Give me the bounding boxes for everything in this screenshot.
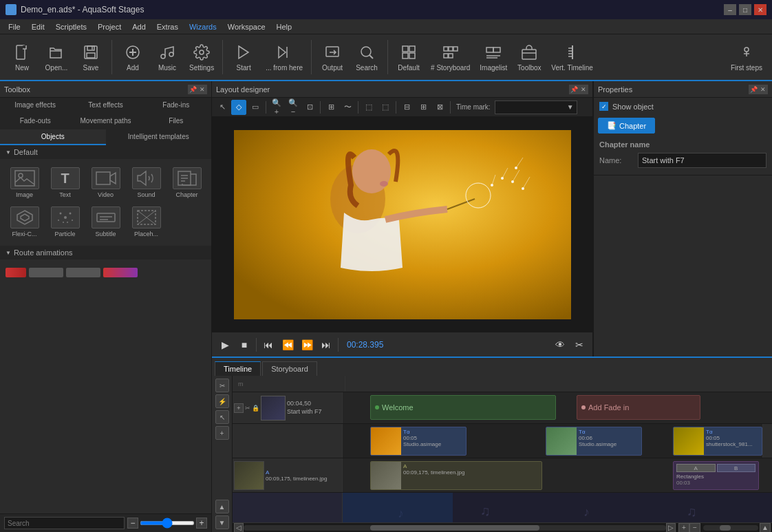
tl-scroll-up-btn[interactable]: ▲ bbox=[760, 523, 771, 533]
save-button[interactable]: Save bbox=[74, 37, 107, 77]
start-button[interactable]: Start bbox=[227, 37, 260, 77]
clip-fade-in[interactable]: Add Fade in bbox=[577, 395, 700, 420]
ld-tool-zoom-fit[interactable]: ⊡ bbox=[302, 100, 317, 115]
ld-tool-frame2[interactable]: ⬚ bbox=[378, 100, 393, 115]
obj-subtitle[interactable]: Subtitle bbox=[87, 204, 125, 240]
ld-tool-align-v[interactable]: ⊞ bbox=[416, 100, 431, 115]
prop-tab-chapter[interactable]: 📑 Chapter bbox=[598, 118, 655, 134]
obj-chapter[interactable]: Chapter bbox=[168, 164, 206, 201]
tl-tool-scroll-up[interactable]: ▲ bbox=[215, 500, 229, 513]
tl-tool-cut[interactable]: ✂ bbox=[215, 379, 229, 392]
prev-chapter-button[interactable]: ⏮ bbox=[261, 337, 276, 352]
prev-button[interactable]: ⏪ bbox=[280, 337, 295, 352]
clip-welcome[interactable]: Welcome bbox=[370, 395, 556, 420]
ld-tool-frame[interactable]: ⬚ bbox=[361, 100, 376, 115]
tl-scroll-track[interactable] bbox=[244, 525, 666, 531]
scissor-button[interactable]: ✂ bbox=[572, 337, 587, 352]
clip-rectangles[interactable]: A B Rectangles 00:03 bbox=[673, 461, 759, 490]
tl-tool-add-track[interactable]: + bbox=[215, 426, 229, 440]
settings-button[interactable]: Settings bbox=[185, 37, 218, 77]
tab-image-effects[interactable]: Image effects bbox=[0, 98, 70, 114]
tl-scroll-thumb[interactable] bbox=[370, 525, 539, 531]
route-item-3[interactable] bbox=[66, 268, 100, 277]
route-item-4[interactable] bbox=[103, 268, 138, 277]
zoom-slider[interactable] bbox=[140, 521, 195, 525]
menu-help[interactable]: Help bbox=[271, 21, 298, 32]
play-button[interactable]: ▶ bbox=[217, 337, 233, 352]
tl-scroll-next[interactable]: ▷ bbox=[666, 523, 676, 533]
toolbox-pin[interactable]: 📌 bbox=[188, 85, 197, 94]
open-button[interactable]: Open... bbox=[40, 37, 73, 77]
tl-zoom-track[interactable] bbox=[703, 525, 758, 531]
tl-zoom-thumb[interactable] bbox=[720, 525, 731, 531]
default-button[interactable]: Default bbox=[392, 37, 425, 77]
clip-timeline-jpg[interactable]: Α 00:09,175, timelineen.jpg bbox=[370, 461, 542, 490]
minimize-button[interactable]: – bbox=[724, 4, 736, 15]
search-button[interactable]: Search bbox=[350, 37, 383, 77]
obj-placeholder[interactable]: Placeh... bbox=[127, 204, 165, 240]
obj-video[interactable]: Video bbox=[87, 164, 125, 201]
prop-close[interactable]: ✕ bbox=[758, 85, 768, 94]
maximize-button[interactable]: □ bbox=[739, 4, 751, 15]
toolbox-search-input[interactable] bbox=[4, 517, 125, 529]
prop-name-input[interactable] bbox=[638, 153, 766, 168]
ld-tool-rect[interactable]: ▭ bbox=[248, 100, 263, 115]
menu-scriptlets[interactable]: Scriptlets bbox=[50, 21, 92, 32]
new-button[interactable]: New bbox=[6, 37, 39, 77]
ld-close[interactable]: ✕ bbox=[579, 85, 588, 94]
show-object-row[interactable]: ✓ Show object bbox=[594, 98, 772, 115]
next-chapter-button[interactable]: ⏭ bbox=[319, 337, 334, 352]
ld-tool-select[interactable]: ↖ bbox=[215, 100, 230, 115]
route-item-1[interactable] bbox=[6, 268, 26, 277]
output-button[interactable]: Output bbox=[316, 37, 349, 77]
tl-remove-track[interactable]: − bbox=[689, 523, 700, 533]
zoom-minus[interactable]: − bbox=[127, 518, 138, 529]
ld-tool-grid[interactable]: ⊞ bbox=[323, 100, 339, 115]
zoom-plus[interactable]: + bbox=[196, 518, 207, 529]
menu-project[interactable]: Project bbox=[92, 21, 127, 32]
tl-tool-split[interactable]: ⚡ bbox=[215, 394, 229, 408]
imagelist-button[interactable]: Imagelist bbox=[475, 37, 511, 77]
toolbox-close[interactable]: ✕ bbox=[197, 85, 207, 94]
menu-extras[interactable]: Extras bbox=[151, 21, 184, 32]
toolbox-button[interactable]: Toolbox bbox=[513, 37, 546, 77]
tab-fade-ins[interactable]: Fade-ins bbox=[141, 98, 211, 114]
obj-sound[interactable]: Sound bbox=[127, 164, 165, 201]
obj-flexi[interactable]: Flexi-C... bbox=[6, 204, 43, 240]
menu-wizards[interactable]: Wizards bbox=[184, 21, 222, 32]
from-here-button[interactable]: ... from here bbox=[261, 37, 307, 77]
ld-tool-dist[interactable]: ⊠ bbox=[432, 100, 447, 115]
tab-files[interactable]: Files bbox=[141, 114, 211, 129]
menu-edit[interactable]: Edit bbox=[26, 21, 50, 32]
tl-tool-scroll-down[interactable]: ▼ bbox=[215, 515, 229, 529]
menu-file[interactable]: File bbox=[3, 21, 26, 32]
tab-timeline[interactable]: Timeline bbox=[215, 361, 261, 376]
show-object-checkbox[interactable]: ✓ bbox=[599, 102, 608, 111]
stop-button[interactable]: ■ bbox=[237, 337, 252, 352]
ld-tool-zoom-in[interactable]: 🔍+ bbox=[269, 100, 284, 115]
tab-objects[interactable]: Objects bbox=[0, 129, 106, 145]
clip-img-1[interactable]: Tα 00:05 Studio.asimage bbox=[370, 427, 467, 456]
clip-img-3[interactable]: Tα 00:05 shutterstock_981... bbox=[673, 427, 762, 456]
clip-img-2[interactable]: Tα 00:06 Studio.asimage bbox=[546, 427, 642, 456]
obj-image[interactable]: Image bbox=[6, 164, 43, 201]
ld-tool-zoom-out[interactable]: 🔍− bbox=[286, 100, 301, 115]
music-button[interactable]: Music bbox=[151, 37, 184, 77]
menu-add[interactable]: Add bbox=[127, 21, 151, 32]
first-steps-button[interactable]: First steps bbox=[727, 37, 766, 77]
tab-storyboard[interactable]: Storyboard bbox=[262, 361, 317, 376]
route-item-2[interactable] bbox=[29, 268, 63, 277]
time-mark-dropdown[interactable]: ▼ bbox=[495, 100, 577, 114]
tl-tool-select2[interactable]: ↖ bbox=[215, 410, 229, 424]
tab-movement[interactable]: Movement paths bbox=[70, 114, 140, 129]
next-button[interactable]: ⏩ bbox=[299, 337, 314, 352]
eye-button[interactable]: 👁 bbox=[553, 337, 568, 352]
tab-intelligent-templates[interactable]: Intelligent templates bbox=[106, 129, 212, 145]
ld-pin[interactable]: 📌 bbox=[569, 85, 579, 94]
close-button[interactable]: ✕ bbox=[754, 4, 766, 15]
menu-workspace[interactable]: Workspace bbox=[222, 21, 271, 32]
ld-tool-draw[interactable]: ◇ bbox=[231, 100, 246, 115]
ld-tool-wave[interactable]: 〜 bbox=[340, 100, 355, 115]
storyboard-button[interactable]: # Storyboard bbox=[427, 37, 474, 77]
add-button[interactable]: Add bbox=[116, 37, 149, 77]
